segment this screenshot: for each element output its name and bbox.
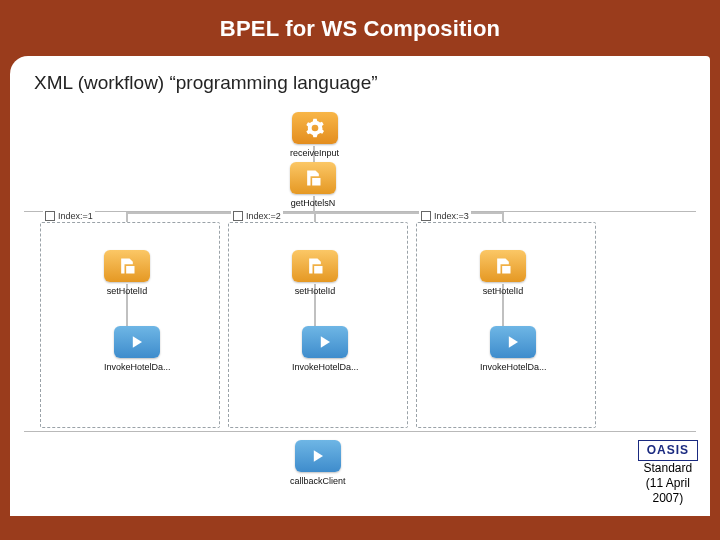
invoke-icon — [114, 326, 160, 358]
node-label: setHotelId — [295, 286, 336, 296]
node-label: setHotelId — [483, 286, 524, 296]
connector — [502, 212, 504, 222]
assign-icon — [290, 162, 336, 194]
lane-header-label: Index:=1 — [58, 211, 93, 221]
oasis-line2: (11 April — [638, 476, 698, 491]
assign-node[interactable]: setHotelId — [480, 250, 526, 296]
expand-toggle-icon[interactable] — [233, 211, 243, 221]
expand-toggle-icon[interactable] — [45, 211, 55, 221]
page-title: BPEL for WS Composition — [0, 16, 720, 42]
invoke-node[interactable]: InvokeHotelDa... — [480, 326, 547, 372]
invoke-node[interactable]: InvokeHotelDa... — [292, 326, 359, 372]
lane-header-label: Index:=2 — [246, 211, 281, 221]
separator — [24, 431, 696, 432]
invoke-icon — [302, 326, 348, 358]
node-label: setHotelId — [107, 286, 148, 296]
lane-header: Index:=2 — [231, 211, 283, 221]
invoke-node[interactable]: InvokeHotelDa... — [104, 326, 171, 372]
node-label: InvokeHotelDa... — [480, 362, 547, 372]
connector — [126, 212, 128, 222]
node-label: callbackClient — [290, 476, 346, 486]
content-panel: XML (workflow) “programming language” In… — [10, 56, 710, 516]
oasis-logo: OASIS — [638, 440, 698, 461]
lane-header-label: Index:=3 — [434, 211, 469, 221]
receive-node[interactable]: receiveInput — [290, 112, 339, 158]
assign-node[interactable]: getHotelsN — [290, 162, 336, 208]
expand-toggle-icon[interactable] — [421, 211, 431, 221]
connector — [314, 212, 316, 222]
node-label: InvokeHotelDa... — [292, 362, 359, 372]
node-label: receiveInput — [290, 148, 339, 158]
invoke-icon — [295, 440, 341, 472]
oasis-line1: Standard — [638, 461, 698, 476]
receive-icon — [292, 112, 338, 144]
subtitle: XML (workflow) “programming language” — [10, 56, 710, 102]
workflow-editor: Index:=1Index:=2Index:=3 receiveInputget… — [18, 106, 702, 486]
assign-node[interactable]: setHotelId — [292, 250, 338, 296]
node-label: getHotelsN — [291, 198, 336, 208]
invoke-icon — [490, 326, 536, 358]
node-label: InvokeHotelDa... — [104, 362, 171, 372]
assign-icon — [292, 250, 338, 282]
invoke-node[interactable]: callbackClient — [290, 440, 346, 486]
assign-icon — [104, 250, 150, 282]
oasis-line3: 2007) — [638, 491, 698, 506]
assign-icon — [480, 250, 526, 282]
oasis-badge: OASIS Standard (11 April 2007) — [638, 438, 698, 506]
lane-header: Index:=1 — [43, 211, 95, 221]
lane-header: Index:=3 — [419, 211, 471, 221]
assign-node[interactable]: setHotelId — [104, 250, 150, 296]
title-bar: BPEL for WS Composition — [0, 0, 720, 50]
